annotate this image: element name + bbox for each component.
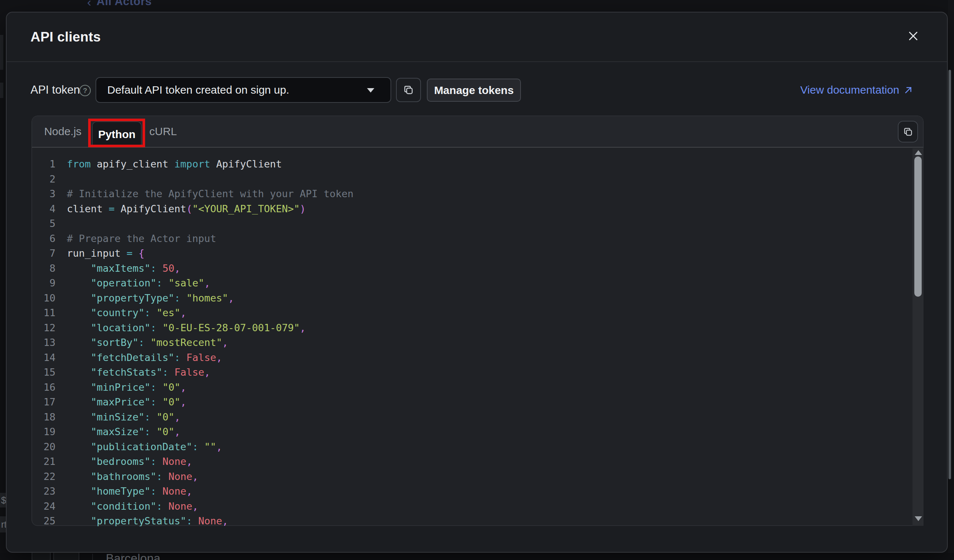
page: ‹ All Actors A $ rt Barcelona API client… bbox=[0, 0, 954, 560]
code-line: 14 "fetchDetails": False, bbox=[32, 350, 923, 366]
api-token-dropdown[interactable]: Default API token created on sign up. bbox=[95, 77, 391, 103]
code-line: 7run_input = { bbox=[32, 246, 923, 261]
code-line: 9 "operation": "sale", bbox=[32, 276, 923, 291]
code-line: 19 "maxSize": "0", bbox=[32, 425, 923, 440]
code-text: "homeType": None, bbox=[67, 484, 192, 499]
line-number: 16 bbox=[34, 380, 56, 395]
external-link-icon bbox=[904, 85, 913, 95]
code-text: "maxPrice": "0", bbox=[67, 395, 186, 410]
chevron-down-icon bbox=[367, 88, 374, 93]
line-number: 13 bbox=[34, 335, 56, 350]
code-line: 3# Initialize the ApifyClient with your … bbox=[32, 187, 923, 202]
background-fragment bbox=[0, 82, 3, 98]
code-line: 13 "sortBy": "mostRecent", bbox=[32, 335, 923, 350]
code-line: 2 bbox=[32, 172, 923, 187]
code-line: 8 "maxItems": 50, bbox=[32, 261, 923, 276]
view-documentation-link[interactable]: View documentation bbox=[800, 84, 913, 96]
table-column-divider bbox=[92, 554, 93, 560]
code-text: "fetchDetails": False, bbox=[67, 350, 222, 366]
help-icon[interactable]: ? bbox=[80, 85, 91, 96]
back-link-label: All Actors bbox=[97, 0, 152, 8]
code-text: "bathrooms": None, bbox=[67, 469, 198, 484]
line-number: 14 bbox=[34, 350, 56, 366]
view-documentation-label: View documentation bbox=[800, 84, 899, 96]
code-scrollbar-thumb[interactable] bbox=[914, 156, 922, 297]
code-text: "fetchStats": False, bbox=[67, 365, 210, 380]
api-clients-modal: API clients API token ? Default API toke… bbox=[6, 12, 948, 553]
back-link-all-actors[interactable]: ‹ All Actors bbox=[87, 0, 152, 9]
copy-token-button[interactable] bbox=[396, 78, 421, 102]
code-text: # Initialize the ApifyClient with your A… bbox=[67, 187, 353, 202]
code-line: 15 "fetchStats": False, bbox=[32, 365, 923, 380]
code-text: client = ApifyClient("<YOUR_API_TOKEN>") bbox=[67, 202, 306, 217]
code-text: # Prepare the Actor input bbox=[67, 231, 216, 246]
line-number: 17 bbox=[34, 395, 56, 410]
copy-icon bbox=[903, 127, 913, 137]
code-text: "publicationDate": "", bbox=[67, 440, 222, 454]
line-number: 10 bbox=[34, 291, 56, 306]
code-text: "maxSize": "0", bbox=[67, 425, 180, 440]
code-line: 12 "location": "0-EU-ES-28-07-001-079", bbox=[32, 320, 923, 336]
code-text: run_input = { bbox=[67, 246, 144, 261]
close-button[interactable] bbox=[903, 26, 923, 46]
code-line: 16 "minPrice": "0", bbox=[32, 380, 923, 395]
line-number: 9 bbox=[34, 276, 56, 291]
code-line: 25 "propertyStatus": None, bbox=[32, 514, 923, 526]
code-snippet-card: Node.jsPythoncURL 1from apify_client imp… bbox=[31, 116, 923, 526]
tab-nodejs[interactable]: Node.js bbox=[44, 116, 81, 147]
code-line: 17 "maxPrice": "0", bbox=[32, 395, 923, 410]
code-line: 4client = ApifyClient("<YOUR_API_TOKEN>"… bbox=[32, 202, 923, 217]
code-line: 6# Prepare the Actor input bbox=[32, 231, 923, 246]
background-text-fragment-left: $ bbox=[0, 493, 6, 507]
scroll-up-arrow-icon[interactable] bbox=[915, 150, 922, 155]
line-number: 1 bbox=[34, 157, 56, 172]
code-lines: 1from apify_client import ApifyClient23#… bbox=[32, 157, 923, 526]
line-number: 8 bbox=[34, 261, 56, 276]
code-line: 21 "bedrooms": None, bbox=[32, 454, 923, 469]
code-text: "country": "es", bbox=[67, 305, 186, 320]
tab-python[interactable]: Python bbox=[92, 121, 142, 147]
background-fragment bbox=[0, 35, 3, 70]
line-number: 22 bbox=[34, 469, 56, 484]
close-icon bbox=[907, 30, 920, 42]
line-number: 7 bbox=[34, 246, 56, 261]
code-line: 11 "country": "es", bbox=[32, 305, 923, 320]
code-text: "condition": None, bbox=[67, 499, 198, 514]
line-number: 25 bbox=[34, 514, 56, 526]
code-text: "bedrooms": None, bbox=[67, 454, 192, 469]
line-number: 5 bbox=[34, 216, 56, 231]
line-number: 21 bbox=[34, 454, 56, 469]
line-number: 18 bbox=[34, 410, 56, 425]
copy-code-button[interactable] bbox=[898, 121, 918, 143]
line-number: 11 bbox=[34, 305, 56, 320]
language-tab-strip: Node.jsPythoncURL bbox=[32, 116, 923, 148]
code-text: "propertyStatus": None, bbox=[67, 514, 228, 526]
manage-tokens-button[interactable]: Manage tokens bbox=[427, 79, 521, 102]
tab-curl[interactable]: cURL bbox=[150, 116, 176, 147]
modal-title: API clients bbox=[31, 30, 101, 45]
line-number: 4 bbox=[34, 202, 56, 217]
code-line: 23 "homeType": None, bbox=[32, 484, 923, 499]
page-scrollbar-thumb[interactable] bbox=[948, 70, 951, 479]
api-token-label: API token bbox=[31, 83, 80, 96]
background-text-fragment-left: rt bbox=[0, 516, 6, 532]
code-editor[interactable]: 1from apify_client import ApifyClient23#… bbox=[32, 148, 923, 526]
code-line: 22 "bathrooms": None, bbox=[32, 469, 923, 484]
line-number: 12 bbox=[34, 320, 56, 336]
code-text: "minSize": "0", bbox=[67, 410, 180, 425]
line-number: 20 bbox=[34, 440, 56, 454]
line-number: 3 bbox=[34, 187, 56, 202]
line-number: 23 bbox=[34, 484, 56, 499]
code-text: "propertyType": "homes", bbox=[67, 291, 234, 306]
code-line: 18 "minSize": "0", bbox=[32, 410, 923, 425]
line-number: 6 bbox=[34, 231, 56, 246]
code-text: "minPrice": "0", bbox=[67, 380, 186, 395]
code-line: 10 "propertyType": "homes", bbox=[32, 291, 923, 306]
code-text: "location": "0-EU-ES-28-07-001-079", bbox=[67, 320, 306, 336]
code-text: "maxItems": 50, bbox=[67, 261, 180, 276]
line-number: 19 bbox=[34, 425, 56, 440]
code-text: from apify_client import ApifyClient bbox=[67, 157, 282, 172]
code-text: "operation": "sale", bbox=[67, 276, 210, 291]
scroll-down-arrow-icon[interactable] bbox=[915, 516, 922, 521]
code-line: 20 "publicationDate": "", bbox=[32, 440, 923, 454]
